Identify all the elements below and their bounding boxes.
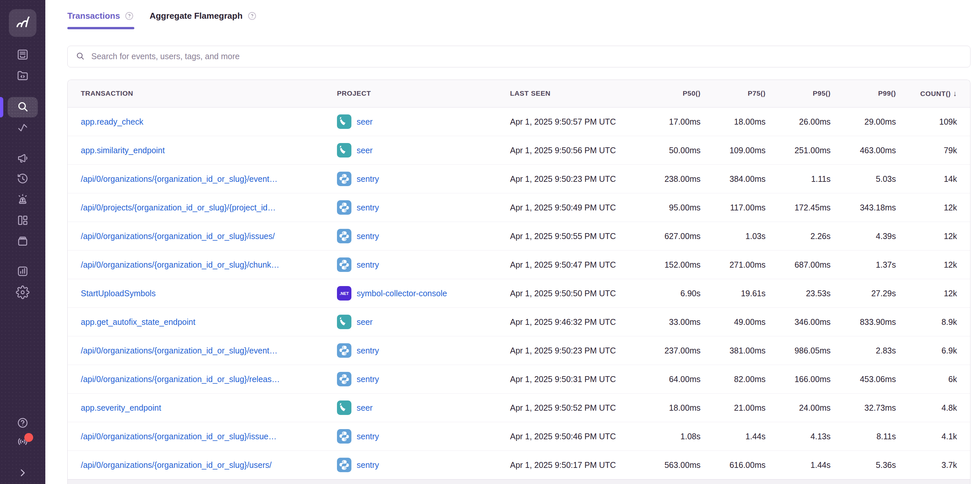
- p50-value: 237.00ms: [635, 346, 700, 355]
- project-link[interactable]: sentry: [357, 346, 379, 355]
- sidebar-item-settings[interactable]: [16, 286, 30, 300]
- column-header-p75[interactable]: P75(): [700, 89, 765, 97]
- column-header-transaction[interactable]: TRANSACTION: [68, 89, 337, 97]
- table-row[interactable]: /api/0/organizations/{organization_id_or…: [68, 365, 970, 394]
- p99-value: 4.39s: [830, 232, 896, 241]
- table-body: app.ready_check seer Apr 1, 2025 9:50:57…: [68, 107, 970, 479]
- project-link[interactable]: seer: [357, 317, 373, 327]
- transaction-link[interactable]: app.severity_endpoint: [81, 403, 161, 412]
- table-row[interactable]: /api/0/projects/{organization_id_or_slug…: [68, 193, 970, 222]
- sidebar-item-projects[interactable]: [16, 69, 30, 83]
- p75-value: 384.00ms: [700, 174, 765, 184]
- p50-value: 50.00ms: [635, 146, 700, 155]
- sidebar-item-issues[interactable]: [16, 48, 30, 62]
- project-link[interactable]: sentry: [357, 460, 379, 470]
- table-row[interactable]: /api/0/organizations/{organization_id_or…: [68, 422, 970, 451]
- transaction-link[interactable]: /api/0/organizations/{organization_id_or…: [81, 432, 277, 441]
- table-row[interactable]: app.severity_endpoint seer Apr 1, 2025 9…: [68, 394, 970, 422]
- table-row[interactable]: /api/0/organizations/{organization_id_or…: [68, 165, 970, 193]
- p75-value: 381.00ms: [700, 346, 765, 355]
- column-header-p99[interactable]: P99(): [830, 89, 896, 97]
- table-row[interactable]: /api/0/organizations/{organization_id_or…: [68, 251, 970, 279]
- p99-value: 453.06ms: [830, 374, 896, 384]
- table-row[interactable]: StartUploadSymbols .NET symbol-collector…: [68, 279, 970, 308]
- table-row[interactable]: /api/0/organizations/{organization_id_or…: [68, 336, 970, 365]
- count-value: 4.1k: [896, 432, 970, 441]
- p50-value: 17.00ms: [635, 117, 700, 126]
- project-link[interactable]: seer: [357, 403, 373, 413]
- column-header-project[interactable]: PROJECT: [337, 89, 510, 97]
- sidebar-item-whats-new[interactable]: [16, 435, 30, 449]
- sidebar-item-search[interactable]: [8, 97, 38, 117]
- last-seen-value: Apr 1, 2025 9:50:52 PM UTC: [510, 403, 635, 413]
- count-value: 6.9k: [896, 346, 970, 355]
- tab-aggregate-flamegraph[interactable]: Aggregate Flamegraph: [150, 6, 257, 29]
- project-link[interactable]: symbol-collector-console: [357, 289, 447, 298]
- p50-value: 64.00ms: [635, 374, 700, 384]
- search-icon: [16, 100, 30, 115]
- project-link[interactable]: sentry: [357, 374, 379, 384]
- table-row[interactable]: /api/0/organizations/{organization_id_or…: [68, 222, 970, 251]
- transaction-link[interactable]: /api/0/organizations/{organization_id_or…: [81, 374, 280, 384]
- project-link[interactable]: sentry: [357, 174, 379, 184]
- p75-value: 21.00ms: [700, 403, 765, 413]
- p99-value: 1.37s: [830, 260, 896, 270]
- p95-value: 986.05ms: [765, 346, 830, 355]
- transaction-link[interactable]: /api/0/organizations/{organization_id_or…: [81, 346, 277, 355]
- column-header-p50[interactable]: P50(): [635, 89, 700, 97]
- transaction-link[interactable]: app.similarity_endpoint: [81, 146, 165, 155]
- table-footer-strip: [68, 479, 970, 484]
- project-icon-seer: [337, 315, 352, 329]
- help-circle-icon[interactable]: [247, 11, 257, 21]
- sidebar-item-help[interactable]: [16, 416, 30, 431]
- project-link[interactable]: sentry: [357, 260, 379, 270]
- transaction-link[interactable]: /api/0/organizations/{organization_id_or…: [81, 174, 277, 184]
- transactions-table: TRANSACTIONPROJECTLAST SEENP50()P75()P95…: [67, 80, 970, 484]
- count-value: 79k: [896, 146, 970, 155]
- project-link[interactable]: seer: [357, 146, 373, 155]
- search-input[interactable]: [91, 51, 963, 61]
- project-link[interactable]: sentry: [357, 203, 379, 212]
- p99-value: 5.36s: [830, 460, 896, 470]
- search-bar[interactable]: [67, 46, 970, 67]
- project-link[interactable]: seer: [357, 117, 373, 126]
- sidebar-item-stats[interactable]: [16, 265, 30, 279]
- sidebar-item-releases[interactable]: [16, 235, 30, 249]
- column-header-count[interactable]: COUNT() ↓: [896, 89, 970, 98]
- sidebar-item-traces[interactable]: [16, 121, 30, 136]
- transaction-link[interactable]: app.get_autofix_state_endpoint: [81, 317, 196, 326]
- table-row[interactable]: app.similarity_endpoint seer Apr 1, 2025…: [68, 136, 970, 165]
- count-value: 12k: [896, 203, 970, 212]
- column-header-p95[interactable]: P95(): [765, 89, 830, 97]
- column-header-last_seen[interactable]: LAST SEEN: [510, 89, 635, 97]
- project-icon-seer: [337, 143, 352, 158]
- project-link[interactable]: sentry: [357, 432, 379, 441]
- transaction-link[interactable]: /api/0/projects/{organization_id_or_slug…: [81, 203, 275, 212]
- transaction-link[interactable]: /api/0/organizations/{organization_id_or…: [81, 460, 272, 470]
- help-circle-icon: [16, 416, 30, 431]
- p99-value: 2.83s: [830, 346, 896, 355]
- project-link[interactable]: sentry: [357, 232, 379, 241]
- p50-value: 627.00ms: [635, 232, 700, 241]
- transaction-link[interactable]: /api/0/organizations/{organization_id_or…: [81, 260, 280, 269]
- last-seen-value: Apr 1, 2025 9:50:46 PM UTC: [510, 432, 635, 441]
- p95-value: 4.13s: [765, 432, 830, 441]
- sidebar-item-alerts[interactable]: [16, 193, 30, 207]
- help-circle-icon[interactable]: [124, 11, 134, 21]
- last-seen-value: Apr 1, 2025 9:50:49 PM UTC: [510, 203, 635, 212]
- transaction-link[interactable]: app.ready_check: [81, 117, 143, 126]
- sidebar-item-replays[interactable]: [16, 172, 30, 187]
- tab-transactions[interactable]: Transactions: [67, 6, 134, 29]
- table-row[interactable]: app.get_autofix_state_endpoint seer Apr …: [68, 308, 970, 336]
- transaction-link[interactable]: /api/0/organizations/{organization_id_or…: [81, 232, 275, 241]
- p75-value: 1.03s: [700, 232, 765, 241]
- sidebar-item-feedback[interactable]: [16, 152, 30, 166]
- p75-value: 109.00ms: [700, 146, 765, 155]
- sidebar-item-dashboards[interactable]: [16, 214, 30, 228]
- sidebar-collapse-toggle[interactable]: [16, 466, 30, 481]
- transaction-link[interactable]: StartUploadSymbols: [81, 289, 156, 298]
- table-row[interactable]: app.ready_check seer Apr 1, 2025 9:50:57…: [68, 107, 970, 136]
- count-value: 12k: [896, 232, 970, 241]
- sentry-logo[interactable]: [9, 9, 37, 37]
- table-row[interactable]: /api/0/organizations/{organization_id_or…: [68, 451, 970, 479]
